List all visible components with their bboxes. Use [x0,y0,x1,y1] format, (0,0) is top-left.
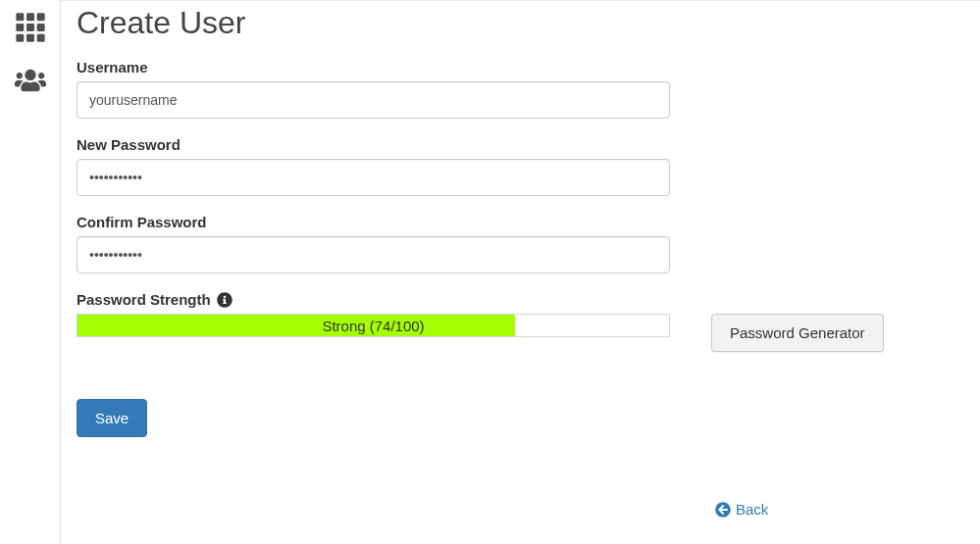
username-label: Username [77,59,964,75]
confirm-password-label: Confirm Password [77,214,964,230]
password-strength-group: Password Strength Strong (74/100) Passwo… [77,291,964,352]
password-generator-button[interactable]: Password Generator [711,314,884,352]
apps-grid-icon[interactable] [15,12,46,43]
svg-rect-5 [36,24,44,31]
info-icon[interactable] [217,292,232,308]
username-group: Username [77,59,964,119]
svg-rect-2 [36,13,44,21]
main-content: Create User Username New Password Confir… [61,0,980,544]
password-strength-meter: Strong (74/100) [77,314,670,337]
svg-rect-7 [26,34,34,42]
confirm-password-group: Confirm Password [77,214,964,273]
new-password-label: New Password [77,136,964,153]
back-link-text: Back [736,501,768,518]
svg-rect-4 [26,24,34,31]
password-strength-text: Strong (74/100) [77,315,669,336]
svg-rect-3 [16,24,24,31]
back-link[interactable]: Back [715,501,768,518]
new-password-input[interactable] [77,159,670,196]
svg-rect-6 [16,34,24,42]
page-title: Create User [77,5,964,41]
username-input[interactable] [77,81,670,119]
users-icon[interactable] [15,65,46,96]
new-password-group: New Password [77,136,964,196]
password-strength-label: Password Strength [77,291,211,308]
svg-rect-0 [16,13,24,21]
save-button[interactable]: Save [77,399,147,437]
svg-rect-1 [26,13,34,21]
arrow-left-circle-icon [715,502,731,518]
sidebar [0,0,61,544]
svg-rect-8 [36,34,44,42]
confirm-password-input[interactable] [77,236,670,273]
